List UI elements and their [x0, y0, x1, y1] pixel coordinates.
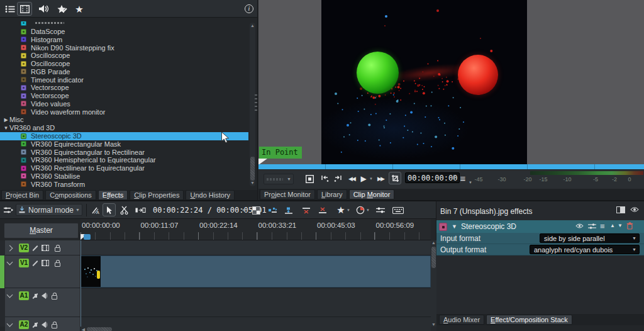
chevron-down-icon[interactable]: ▼ [3, 125, 9, 131]
favorite-effects-icon[interactable]: ★ [335, 204, 347, 216]
effects-list-item-vr360-transform[interactable]: VR360 Transform [0, 180, 248, 188]
track-header-V1[interactable]: V1 [5, 255, 80, 288]
show-descriptions-icon[interactable] [3, 2, 18, 16]
track-header-A2[interactable]: A2 [5, 317, 80, 331]
timeline-ruler[interactable]: 00:00:00:0000:00:11:0700:00:22:1400:00:3… [80, 219, 431, 240]
tab-clip-monitor[interactable]: Clip Monitor [349, 189, 395, 199]
scrollbar-thumb[interactable] [87, 327, 112, 331]
lift-zone-icon[interactable] [317, 204, 328, 216]
video-effects-filter-icon[interactable] [17, 2, 32, 16]
track-header-A1[interactable]: A1 [5, 288, 80, 317]
lock-icon[interactable] [55, 247, 60, 252]
effects-list-item-vr360-stabilise[interactable]: VR360 Stabilise [0, 172, 248, 180]
track-area-A1[interactable] [80, 288, 431, 317]
scroll-down-icon[interactable]: ▼ [250, 181, 255, 186]
track-badge[interactable]: V2 [19, 244, 29, 252]
chevron-right-icon[interactable] [7, 245, 13, 251]
keyboard-icon[interactable] [391, 204, 405, 216]
effects-category-misc[interactable]: ▶Misc [0, 116, 248, 124]
info-icon[interactable]: i [242, 2, 257, 16]
chevron-down-icon[interactable]: ▼ [452, 223, 457, 230]
lock-icon[interactable] [55, 262, 60, 267]
move-effect-down-icon[interactable]: ▼ [618, 223, 623, 228]
selection-tool-icon[interactable] [103, 203, 116, 216]
speaker-icon[interactable] [42, 322, 46, 328]
effect-menu-icon[interactable]: ≡ [600, 222, 605, 231]
eye-icon[interactable] [575, 223, 584, 229]
effects-list-item-video-values[interactable]: Video values [0, 99, 248, 108]
presets-icon[interactable] [588, 223, 596, 230]
film-icon[interactable] [42, 260, 49, 266]
track-header-V2[interactable]: V2 [5, 240, 80, 255]
effects-list-item-timeout-indicator[interactable]: Timeout indicator [0, 76, 248, 84]
scroll-left-icon[interactable]: ◀ [80, 327, 86, 331]
monitor-zone-bar[interactable] [258, 164, 644, 169]
scroll-up-icon[interactable]: ▲ [250, 23, 255, 28]
chevron-down-icon[interactable] [7, 321, 13, 327]
effects-list-item-histogram[interactable]: Histogram [0, 35, 248, 43]
eye-icon[interactable] [630, 206, 639, 213]
effects-list-item-vr360-hemispherical-to-equirectangular[interactable]: VR360 Hemispherical to Equirectangular [0, 156, 248, 164]
effects-list-item-nikon-d90-stairstepping-fix[interactable]: Nikon D90 Stairstepping fix [0, 43, 248, 52]
effects-list-item-oscilloscope[interactable]: Oscilloscope [0, 60, 248, 68]
effects-list-item-oscilloscope[interactable]: Oscilloscope [0, 52, 248, 60]
timeline-clip[interactable] [80, 255, 431, 288]
track-badge[interactable]: V1 [19, 259, 29, 267]
vertical-splitter-handle[interactable] [255, 94, 257, 111]
input-format-combo[interactable]: side by side parallel ▼ [540, 233, 640, 243]
razor-tool-icon[interactable] [118, 204, 131, 216]
tab-project-monitor[interactable]: Project Monitor [260, 189, 315, 199]
tab-audio-mixer[interactable]: Audio Mixer [439, 315, 484, 325]
tab-effect-composition-stack[interactable]: Effect/Composition Stack [486, 315, 572, 325]
mixer-icon[interactable] [375, 204, 386, 216]
master-button[interactable]: Master [4, 223, 79, 238]
effect-header-stereoscopic-3d[interactable]: ▼ Stereoscopic 3D ≡ ▲ ▼ [436, 220, 644, 233]
effect-enable-checkbox[interactable] [439, 223, 447, 231]
lock-icon[interactable] [52, 295, 57, 300]
audio-effects-filter-icon[interactable] [36, 2, 51, 16]
insert-zone-icon[interactable] [283, 204, 294, 216]
speaker-icon[interactable] [42, 293, 46, 299]
timeline-playhead[interactable] [80, 240, 81, 327]
effects-list-item-datascope[interactable]: DataScope [0, 28, 248, 36]
timeline-horizontal-scrollbar[interactable]: ◀ ▶ [80, 327, 436, 331]
effects-list-item-vr360-rectilinear-to-equirectangular[interactable]: VR360 Rectilinear to Equirectangular [0, 164, 248, 172]
favorite-effects-filter-icon[interactable]: ★ [72, 2, 87, 16]
timeline-settings-icon[interactable] [2, 204, 14, 216]
effects-list-item-vr360-equirectangular-to-rectilinear[interactable]: VR360 Equirectangular to Rectilinear [0, 148, 248, 156]
zone-start-marker[interactable] [84, 234, 91, 240]
effects-list-item-vectorscope[interactable]: Vectorscope [0, 92, 248, 100]
move-effect-up-icon[interactable]: ▲ [610, 223, 615, 228]
chevron-down-icon[interactable] [7, 292, 13, 298]
effects-category-vr360-and-3d[interactable]: ▼VR360 and 3D [0, 124, 248, 132]
scroll-up-icon[interactable]: ▲ [431, 240, 436, 245]
preview-render-icon[interactable] [355, 204, 366, 216]
effects-list-item-vr360-equirectangular-mask[interactable]: VR360 Equirectangular Mask [0, 140, 248, 148]
effects-list-item-partial[interactable] [0, 21, 248, 27]
effects-list-item-stereoscopic-3d[interactable]: Stereoscopic 3D [0, 132, 248, 140]
pen-tool-icon[interactable]: A [90, 204, 101, 216]
delete-effect-icon[interactable] [626, 222, 633, 230]
compare-icon[interactable] [616, 206, 625, 213]
spacer-tool-icon[interactable] [133, 204, 147, 216]
effects-list-item-rgb-parade[interactable]: RGB Parade [0, 67, 248, 76]
effects-list-item-vectorscope[interactable]: Vectorscope [0, 84, 248, 92]
film-icon[interactable] [42, 245, 49, 251]
extract-zone-icon[interactable] [301, 204, 312, 216]
tab-compositions[interactable]: Compositions [45, 190, 96, 200]
chevron-right-icon[interactable]: ▶ [3, 117, 9, 123]
scrollbar-thumb[interactable] [431, 247, 436, 268]
tab-project-bin[interactable]: Project Bin [1, 190, 43, 200]
chevron-down-icon[interactable]: ▼ [365, 204, 370, 216]
output-format-combo[interactable]: anaglyph red/cyan dubois ▼ [530, 245, 640, 254]
tab-undo-history[interactable]: Undo History [186, 190, 235, 200]
pen-icon[interactable] [32, 260, 38, 266]
scroll-down-icon[interactable]: ▼ [431, 322, 436, 327]
effects-list-item-video-waveform-monitor[interactable]: Video waveform monitor [0, 108, 248, 116]
track-badge[interactable]: A2 [19, 320, 29, 329]
mix-clips-icon[interactable] [267, 204, 278, 216]
timeline-vertical-scrollbar[interactable]: ▲ ▼ [431, 240, 436, 327]
tab-library[interactable]: Library [317, 189, 347, 199]
tab-clip-properties[interactable]: Clip Properties [130, 190, 184, 200]
scrollbar-thumb[interactable] [250, 157, 255, 181]
